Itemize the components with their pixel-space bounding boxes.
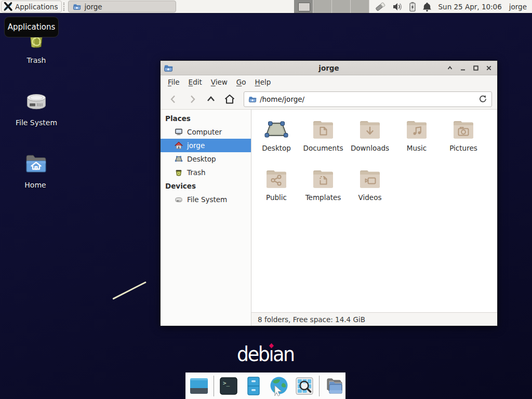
desktop-trapezoid-icon bbox=[264, 116, 289, 144]
sidebar-item-label: jorge bbox=[187, 141, 205, 150]
terminal-icon[interactable]: >_ bbox=[218, 376, 239, 396]
folder-pictures-icon bbox=[451, 116, 476, 144]
sidebar-header-places: Places bbox=[161, 112, 251, 125]
taskbar-window-button[interactable]: jorge bbox=[68, 1, 176, 12]
file-item-label: Videos bbox=[358, 193, 382, 202]
folder-videos-icon bbox=[357, 165, 382, 193]
file-item-label: Music bbox=[407, 144, 427, 152]
maximize-icon[interactable] bbox=[472, 64, 480, 72]
home-icon[interactable] bbox=[222, 92, 237, 107]
show-desktop-icon[interactable] bbox=[189, 376, 209, 396]
desktop-icon-file-system[interactable]: File System bbox=[10, 89, 62, 127]
sidebar-item-jorge[interactable]: jorge bbox=[161, 139, 251, 152]
debian-text-pre: deb bbox=[237, 342, 269, 366]
menu-go[interactable]: Go bbox=[236, 78, 246, 86]
sidebar-item-computer[interactable]: Computer bbox=[161, 125, 251, 139]
menu-help[interactable]: Help bbox=[255, 78, 271, 86]
clock[interactable]: Sun 25 Apr, 10:06 bbox=[438, 3, 502, 11]
path-input[interactable] bbox=[260, 95, 475, 103]
trash-small-icon bbox=[175, 168, 183, 177]
folder-templates-icon bbox=[311, 165, 336, 193]
user-home-icon bbox=[175, 141, 183, 150]
notifications-bell-icon[interactable] bbox=[422, 1, 432, 12]
web-browser-globe-icon[interactable] bbox=[268, 375, 290, 397]
forward-icon[interactable] bbox=[184, 92, 200, 107]
desktop-icon-label: Home bbox=[9, 181, 61, 189]
file-item-label: Pictures bbox=[449, 144, 477, 152]
sidebar-item-file-system[interactable]: File System bbox=[161, 193, 251, 206]
directory-menu-folders-icon[interactable] bbox=[324, 376, 344, 396]
marker-tray-icon[interactable] bbox=[375, 1, 387, 12]
app-finder-icon[interactable] bbox=[294, 376, 315, 396]
x-window-logo-icon bbox=[4, 2, 12, 11]
file-item-downloads[interactable]: Downloads bbox=[347, 116, 393, 165]
folder-documents-icon bbox=[311, 116, 336, 144]
close-icon[interactable] bbox=[485, 64, 493, 72]
battery-icon[interactable] bbox=[408, 1, 417, 12]
file-item-templates[interactable]: Templates bbox=[300, 165, 347, 215]
stray-line-artifact bbox=[112, 281, 147, 299]
applications-menu-button[interactable]: Applications bbox=[1, 1, 62, 12]
sidebar-item-desktop[interactable]: Desktop bbox=[161, 152, 251, 166]
volume-icon[interactable] bbox=[392, 1, 403, 12]
panel-username: jorge bbox=[509, 3, 527, 11]
minimize-icon[interactable] bbox=[459, 64, 467, 72]
file-item-public[interactable]: Public bbox=[253, 165, 300, 215]
tooltip-text: Applications bbox=[8, 22, 56, 32]
svg-text:>_: >_ bbox=[223, 380, 230, 387]
file-item-label: Desktop bbox=[262, 144, 291, 152]
shade-icon[interactable] bbox=[446, 64, 454, 72]
system-tray bbox=[375, 1, 432, 12]
file-item-label: Templates bbox=[305, 193, 341, 202]
desktop-small-icon bbox=[175, 155, 183, 163]
menu-view[interactable]: View bbox=[211, 78, 228, 86]
desktop[interactable]: Applications jorge bbox=[0, 0, 532, 399]
applications-tooltip: Applications bbox=[4, 17, 59, 37]
sidebar: Places Computer bbox=[161, 110, 251, 326]
up-icon[interactable] bbox=[203, 92, 219, 107]
sidebar-item-label: Trash bbox=[187, 168, 206, 177]
file-item-videos[interactable]: Videos bbox=[347, 165, 393, 215]
desktop-icon-label: File System bbox=[10, 118, 62, 127]
sidebar-item-trash[interactable]: Trash bbox=[161, 166, 251, 179]
dock-separator bbox=[214, 376, 214, 396]
file-item-music[interactable]: Music bbox=[393, 116, 440, 165]
file-item-label: Documents bbox=[303, 144, 343, 152]
menu-bar: File Edit View Go Help bbox=[161, 75, 497, 89]
folder-public-icon bbox=[264, 165, 289, 193]
titlebar[interactable]: jorge bbox=[161, 61, 497, 75]
path-bar[interactable] bbox=[244, 91, 492, 107]
computer-icon bbox=[175, 128, 183, 136]
workspace-switcher[interactable] bbox=[294, 0, 369, 13]
workspace-4[interactable] bbox=[351, 0, 369, 13]
top-panel: Applications jorge bbox=[0, 0, 532, 13]
menu-file[interactable]: File bbox=[168, 78, 180, 86]
sidebar-item-label: Desktop bbox=[187, 155, 216, 163]
path-folder-icon bbox=[248, 95, 257, 103]
file-cabinet-icon[interactable] bbox=[243, 376, 264, 396]
workspace-3[interactable] bbox=[332, 0, 351, 13]
desktop-icon-label: Trash bbox=[10, 56, 62, 64]
file-view[interactable]: Desktop Documents bbox=[251, 110, 497, 326]
dock-separator bbox=[319, 376, 320, 396]
file-item-pictures[interactable]: Pictures bbox=[440, 116, 487, 165]
toolbar bbox=[161, 89, 497, 110]
file-item-label: Downloads bbox=[351, 144, 389, 152]
panel-handle[interactable] bbox=[63, 3, 66, 11]
menu-edit[interactable]: Edit bbox=[189, 78, 202, 86]
workspace-1[interactable] bbox=[295, 0, 313, 13]
reload-icon[interactable] bbox=[478, 95, 487, 103]
file-grid: Desktop Documents bbox=[251, 110, 497, 312]
workspace-window-thumb bbox=[298, 3, 310, 11]
desktop-icon-home[interactable]: Home bbox=[9, 152, 61, 189]
status-bar: 8 folders, Free space: 14.4 GiB bbox=[251, 312, 497, 326]
folder-downloads-icon bbox=[357, 116, 382, 144]
file-item-desktop[interactable]: Desktop bbox=[253, 116, 300, 165]
taskbar-window-label: jorge bbox=[84, 3, 102, 11]
hard-drive-icon bbox=[10, 89, 62, 114]
sidebar-header-devices: Devices bbox=[161, 179, 251, 193]
workspace-2[interactable] bbox=[313, 0, 332, 13]
file-item-documents[interactable]: Documents bbox=[300, 116, 347, 165]
file-manager-window: jorge File Edit View Go Help bbox=[160, 60, 498, 326]
back-icon[interactable] bbox=[166, 92, 181, 107]
